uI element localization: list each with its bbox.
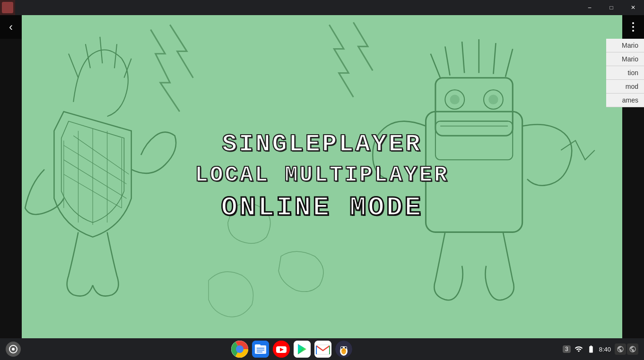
local-multiplayer-option[interactable]: LOCAL MULTIPLAYER: [195, 163, 449, 188]
time-display: 8:40: [599, 346, 611, 353]
online-mode-option[interactable]: ONLINE MODE: [221, 192, 423, 223]
maximize-button[interactable]: □: [600, 0, 622, 15]
minimize-button[interactable]: –: [579, 0, 600, 15]
close-button[interactable]: ✕: [622, 0, 644, 15]
penguin-icon[interactable]: [335, 341, 352, 358]
window-controls: – □ ✕: [579, 0, 644, 15]
svg-point-60: [342, 349, 345, 351]
taskbar-right: 3 8:40: [563, 343, 644, 355]
app-icon: [0, 0, 15, 15]
svg-point-58: [341, 347, 343, 349]
game-area: SINGLEPLAYER LOCAL MULTIPLAYER ONLINE MO…: [22, 15, 622, 338]
youtube-icon[interactable]: [273, 341, 290, 358]
status-icons: [615, 343, 638, 355]
system-icon[interactable]: [6, 342, 21, 357]
right-panel: Mario Mario tion mod ames: [622, 15, 644, 338]
taskbar: 3 8:40: [0, 338, 644, 360]
more-options-button[interactable]: [622, 15, 644, 39]
taskbar-left: [0, 342, 21, 357]
battery-icon: [587, 345, 595, 353]
svg-point-34: [237, 346, 243, 352]
notification-badge: 3: [563, 345, 571, 353]
side-menu: Mario Mario tion mod ames: [606, 39, 644, 107]
left-panel: ‹: [0, 15, 22, 338]
svg-point-35: [238, 347, 242, 351]
taskbar-center: [21, 341, 563, 358]
menu-item-mario-2[interactable]: Mario: [606, 52, 644, 66]
play-store-icon[interactable]: [294, 341, 311, 358]
svg-point-31: [12, 348, 15, 351]
menu-overlay: SINGLEPLAYER LOCAL MULTIPLAYER ONLINE MO…: [22, 15, 622, 338]
back-button[interactable]: ‹: [0, 15, 22, 39]
svg-point-59: [345, 347, 347, 349]
singleplayer-option[interactable]: SINGLEPLAYER: [222, 130, 422, 158]
menu-item-tion[interactable]: tion: [606, 66, 644, 80]
files-icon[interactable]: [252, 341, 269, 358]
menu-item-mario-1[interactable]: Mario: [606, 39, 644, 52]
svg-rect-38: [255, 344, 261, 347]
menu-item-mod[interactable]: mod: [606, 80, 644, 94]
wifi-icon: [574, 345, 583, 353]
svg-point-33: [236, 345, 244, 353]
menu-item-ames[interactable]: ames: [606, 94, 644, 107]
chrome-icon[interactable]: [231, 341, 248, 358]
title-bar: – □ ✕: [0, 0, 644, 15]
gmail-icon[interactable]: [314, 341, 331, 358]
svg-rect-50: [316, 345, 330, 354]
